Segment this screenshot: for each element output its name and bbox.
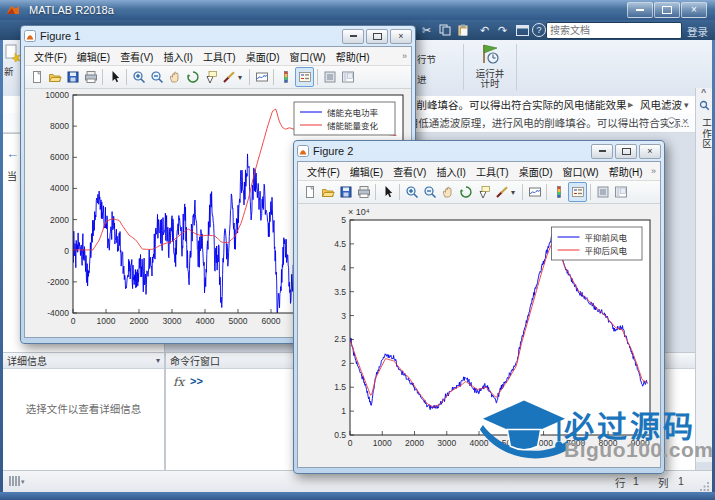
- brush-button[interactable]: [493, 183, 510, 201]
- menu-window[interactable]: 窗口(W): [558, 164, 604, 179]
- print-figure-button[interactable]: [355, 183, 372, 201]
- breadcrumb-folder[interactable]: 风电滤波: [640, 97, 682, 112]
- insert-legend-button[interactable]: [295, 67, 314, 87]
- link-plot-button[interactable]: [526, 183, 543, 201]
- menu-tools[interactable]: 工具(T): [198, 49, 241, 64]
- figure2-titlebar[interactable]: Figure 2 ×: [297, 141, 661, 161]
- step-label-clipped[interactable]: 进: [417, 72, 427, 86]
- pan-button[interactable]: [439, 183, 456, 201]
- menu-help[interactable]: 帮助(H): [331, 49, 375, 64]
- menu-edit[interactable]: 编辑(E): [345, 164, 388, 179]
- run-and-time-button[interactable]: 运行并 计时: [468, 43, 512, 89]
- doc-search-box[interactable]: [546, 22, 682, 39]
- new-document-button[interactable]: [301, 183, 318, 201]
- figure1-maximize-button[interactable]: [366, 29, 388, 44]
- rotate-3d-button[interactable]: [457, 183, 474, 201]
- menu-desktop[interactable]: 桌面(D): [514, 164, 558, 179]
- menu-file[interactable]: 文件(F): [29, 49, 72, 64]
- data-cursor-button[interactable]: [475, 183, 492, 201]
- paste-icon[interactable]: [454, 22, 471, 38]
- insert-colorbar-button[interactable]: [277, 68, 294, 86]
- matlab-titlebar[interactable]: MATLAB R2018a ×: [0, 0, 715, 20]
- maximize-button[interactable]: [654, 2, 680, 18]
- figure1-close-button[interactable]: ×: [390, 29, 412, 44]
- menu-tools[interactable]: 工具(T): [471, 164, 514, 179]
- menu-edit[interactable]: 编辑(E): [72, 49, 115, 64]
- details-panel-header[interactable]: 详细信息 ▾: [3, 353, 164, 369]
- zoom-in-button[interactable]: [403, 183, 420, 201]
- menu-overflow-icon[interactable]: »: [402, 51, 407, 61]
- collapse-ribbon-icon[interactable]: ^: [701, 87, 706, 97]
- svg-text:6000: 6000: [50, 152, 69, 162]
- link-plot-button[interactable]: [253, 68, 270, 86]
- minimize-button[interactable]: [627, 2, 653, 18]
- figure2-maximize-button[interactable]: [615, 144, 637, 159]
- breadcrumb-arrow-icon: ▶: [628, 101, 633, 109]
- menu-insert[interactable]: 插入(I): [158, 49, 197, 64]
- breadcrumb-dropdown-icon[interactable]: ▾: [684, 100, 689, 110]
- close-result-icon[interactable]: ×: [682, 115, 688, 127]
- hide-plot-tools-button[interactable]: [594, 183, 611, 201]
- rotate-3d-button[interactable]: [184, 68, 201, 86]
- show-plot-tools-button[interactable]: [612, 183, 629, 201]
- zoom-out-button[interactable]: [421, 183, 438, 201]
- help-icon[interactable]: ?: [532, 23, 546, 37]
- svg-text:平抑后风电: 平抑后风电: [585, 246, 628, 256]
- open-file-button[interactable]: [46, 68, 63, 86]
- command-prompt[interactable]: >>: [190, 375, 203, 387]
- figure-icon: [24, 30, 36, 42]
- brush-button[interactable]: [220, 68, 237, 86]
- data-cursor-button[interactable]: [202, 68, 219, 86]
- brush-dropdown-icon[interactable]: ▾: [238, 73, 246, 82]
- search-input[interactable]: [547, 25, 685, 36]
- hide-plot-tools-button[interactable]: [321, 68, 338, 86]
- insert-colorbar-button[interactable]: [550, 183, 567, 201]
- print-figure-button[interactable]: [82, 68, 99, 86]
- menu-view[interactable]: 查看(V): [388, 164, 431, 179]
- svg-text:2000: 2000: [405, 438, 424, 448]
- edit-pointer-button[interactable]: [379, 183, 396, 201]
- menu-desktop[interactable]: 桌面(D): [241, 49, 285, 64]
- zoom-in-button[interactable]: [130, 68, 147, 86]
- svg-text:1: 1: [341, 406, 346, 416]
- zoom-out-button[interactable]: [148, 68, 165, 86]
- figure1-minimize-button[interactable]: [342, 29, 364, 44]
- login-button[interactable]: 登录: [687, 24, 708, 39]
- menu-insert[interactable]: 插入(I): [431, 164, 470, 179]
- new-document-button[interactable]: [28, 68, 45, 86]
- save-figure-button[interactable]: [337, 183, 354, 201]
- collapse-result-icon[interactable]: [666, 117, 677, 128]
- open-file-button[interactable]: [319, 183, 336, 201]
- status-grip-icon[interactable]: ▾: [9, 476, 25, 486]
- insert-legend-button[interactable]: [568, 182, 587, 202]
- svg-text:5000: 5000: [229, 316, 248, 326]
- figure2-close-button[interactable]: ×: [639, 144, 661, 159]
- menu-window[interactable]: 窗口(W): [285, 49, 331, 64]
- menu-overflow-icon[interactable]: »: [651, 166, 656, 176]
- show-plot-tools-button[interactable]: [339, 68, 356, 86]
- new-script-icon-clipped[interactable]: [4, 44, 20, 62]
- copy-icon[interactable]: [436, 22, 453, 38]
- redo-icon[interactable]: ↷: [494, 22, 511, 38]
- toolbar-separator: [546, 184, 547, 200]
- menu-file[interactable]: 文件(F): [302, 164, 345, 179]
- back-arrow-icon[interactable]: ←: [6, 146, 19, 161]
- workspace-search-icon[interactable]: [699, 100, 710, 111]
- svg-text:3.5: 3.5: [334, 287, 346, 297]
- figure1-titlebar[interactable]: Figure 1 ×: [24, 26, 412, 46]
- details-dropdown-icon[interactable]: ▾: [156, 356, 160, 365]
- resize-grip-icon[interactable]: [700, 481, 710, 491]
- figure2-minimize-button[interactable]: [591, 144, 613, 159]
- menu-help[interactable]: 帮助(H): [604, 164, 648, 179]
- pan-button[interactable]: [166, 68, 183, 86]
- menu-view[interactable]: 查看(V): [115, 49, 158, 64]
- brush-dropdown-icon[interactable]: ▾: [511, 188, 519, 197]
- save-figure-button[interactable]: [64, 68, 81, 86]
- run-section-label-clipped[interactable]: 行节: [417, 52, 436, 66]
- workspace-tab[interactable]: 工作区: [699, 118, 713, 150]
- cut-icon[interactable]: ✂: [418, 22, 435, 38]
- edit-pointer-button[interactable]: [106, 68, 123, 86]
- undo-icon[interactable]: ↶: [476, 22, 493, 38]
- new-desktop-window-icon[interactable]: [514, 22, 531, 38]
- close-button[interactable]: ×: [681, 2, 707, 18]
